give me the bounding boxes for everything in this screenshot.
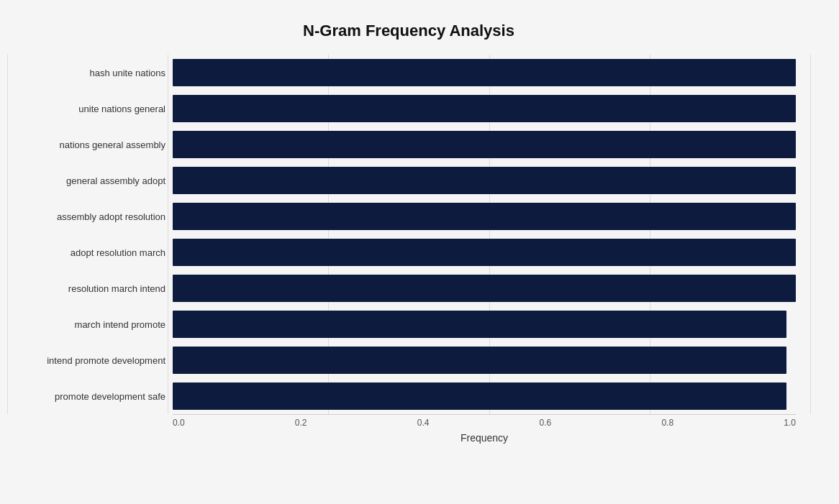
bar-fill	[173, 382, 786, 410]
bar-label: nations general assembly	[7, 139, 165, 150]
grid-line	[810, 55, 811, 414]
bar-fill	[173, 275, 796, 302]
bar-label: resolution march intend	[7, 283, 165, 294]
bar-fill	[173, 239, 796, 266]
bar-row: unite nations general	[173, 91, 796, 127]
bar-row: adopt resolution march	[173, 234, 796, 270]
bar-track	[173, 131, 796, 158]
x-axis-label: Frequency	[7, 432, 810, 444]
bar-label: march intend promote	[7, 319, 165, 330]
x-tick: 0.6	[540, 418, 552, 428]
chart-area: hash unite nationsunite nations generaln…	[7, 55, 810, 444]
bar-track	[173, 275, 796, 302]
bar-label: general assembly adopt	[7, 175, 165, 186]
bar-row: general assembly adopt	[173, 162, 796, 198]
bar-fill	[173, 203, 796, 230]
bar-label: intend promote development	[7, 355, 165, 366]
bar-row: assembly adopt resolution	[173, 198, 796, 234]
bar-row: march intend promote	[173, 306, 796, 342]
bar-fill	[173, 95, 796, 122]
x-tick: 0.2	[295, 418, 307, 428]
x-tick: 0.4	[417, 418, 430, 428]
x-axis-section: 0.00.20.40.60.81.0	[7, 414, 810, 428]
bar-track	[173, 311, 796, 338]
bar-fill	[173, 311, 786, 338]
bar-row: intend promote development	[173, 342, 796, 378]
bar-row: hash unite nations	[173, 55, 796, 91]
x-axis-ticks: 0.00.20.40.60.81.0	[173, 418, 796, 428]
bar-label: promote development safe	[7, 391, 165, 402]
chart-container: N-Gram Frequency Analysis hash unite nat…	[0, 0, 839, 504]
bar-fill	[173, 347, 786, 374]
bar-fill	[173, 167, 796, 194]
chart-title: N-Gram Frequency Analysis	[7, 14, 810, 40]
bar-label: adopt resolution march	[7, 247, 165, 258]
bar-label: assembly adopt resolution	[7, 211, 165, 222]
bar-track	[173, 167, 796, 194]
bar-track	[173, 95, 796, 122]
bar-track	[173, 382, 796, 410]
bar-label: unite nations general	[7, 104, 165, 114]
bar-track	[173, 59, 796, 86]
x-tick: 0.0	[173, 418, 185, 428]
bars-section: hash unite nationsunite nations generaln…	[7, 55, 810, 414]
x-tick: 1.0	[784, 418, 796, 428]
x-tick: 0.8	[661, 418, 674, 428]
bar-row: nations general assembly	[173, 127, 796, 162]
bar-track	[173, 239, 796, 266]
bars-wrapper: hash unite nationsunite nations generaln…	[7, 55, 810, 414]
grid-line	[168, 55, 168, 414]
bar-row: resolution march intend	[173, 270, 796, 306]
bar-label: hash unite nations	[7, 68, 165, 78]
bar-fill	[173, 59, 796, 86]
bar-track	[173, 347, 796, 374]
bar-track	[173, 203, 796, 230]
bar-row: promote development safe	[173, 378, 796, 414]
bar-fill	[173, 131, 796, 158]
x-axis-line	[173, 414, 796, 415]
